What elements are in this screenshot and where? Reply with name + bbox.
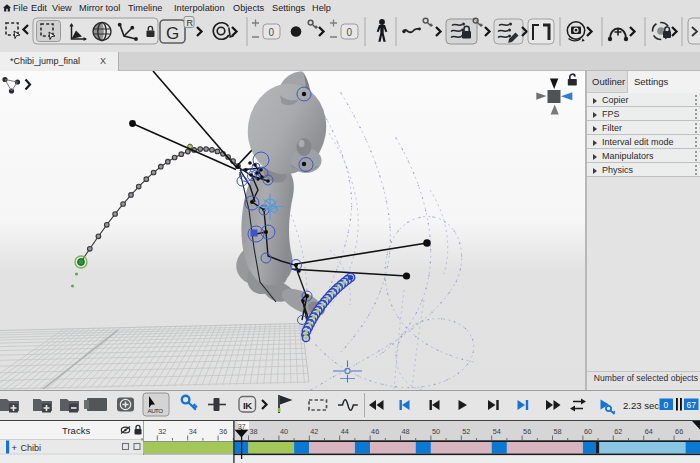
- svg-text:67: 67: [687, 400, 697, 410]
- svg-text:48: 48: [402, 427, 410, 436]
- svg-text:46: 46: [371, 427, 379, 436]
- svg-text:AUTO: AUTO: [148, 407, 164, 414]
- svg-text:58: 58: [554, 427, 562, 436]
- svg-text:38: 38: [250, 427, 258, 436]
- svg-text:44: 44: [341, 427, 349, 436]
- svg-text:37: 37: [238, 423, 246, 430]
- svg-text:0: 0: [664, 400, 669, 410]
- svg-text:Tracks: Tracks: [62, 425, 90, 436]
- svg-text:52: 52: [462, 427, 470, 436]
- svg-text:IK: IK: [243, 400, 252, 411]
- svg-text:G: G: [166, 24, 179, 43]
- svg-text:56: 56: [523, 427, 531, 436]
- svg-text:32: 32: [158, 427, 166, 436]
- svg-text:R: R: [187, 18, 194, 28]
- svg-text:60: 60: [584, 427, 592, 436]
- svg-text:+: +: [12, 442, 18, 453]
- svg-text:34: 34: [189, 427, 197, 436]
- svg-text:0: 0: [347, 27, 353, 38]
- svg-text:54: 54: [493, 427, 501, 436]
- svg-text:40: 40: [280, 427, 288, 436]
- svg-text:66: 66: [675, 427, 683, 436]
- svg-text:Chibi: Chibi: [21, 443, 42, 453]
- svg-text:62: 62: [614, 427, 622, 436]
- svg-text:2.23 sec: 2.23 sec: [623, 400, 659, 411]
- svg-text:64: 64: [645, 427, 653, 436]
- svg-text:0: 0: [269, 27, 275, 38]
- svg-text:36: 36: [219, 427, 227, 436]
- svg-text:50: 50: [432, 427, 440, 436]
- svg-text:42: 42: [310, 427, 318, 436]
